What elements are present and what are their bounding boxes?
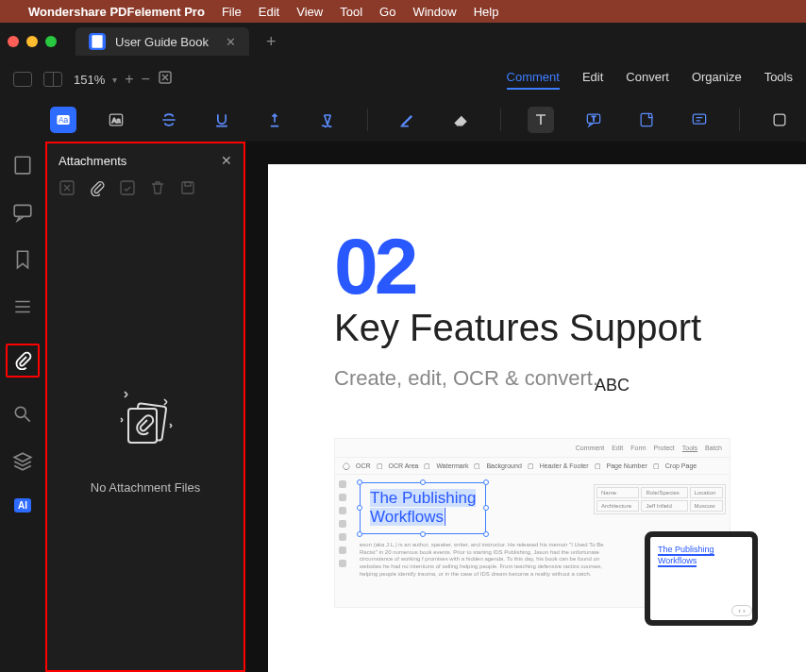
document-tab[interactable]: User Guide Book ✕ <box>76 27 249 56</box>
inner-meta-table: NameRole/SpeciesLocation ArchitectureJef… <box>594 484 726 514</box>
svg-rect-16 <box>121 181 134 194</box>
svg-rect-11 <box>774 114 785 126</box>
inner-mode: Form <box>630 445 646 451</box>
highlighter-tool[interactable] <box>395 107 421 133</box>
delete-attachment-icon[interactable] <box>149 179 166 196</box>
comments-icon[interactable] <box>12 202 33 223</box>
window-controls <box>8 36 57 47</box>
fields-icon[interactable] <box>12 296 33 317</box>
workspace: AI Attachments ✕ No Attachment Files <box>0 142 806 672</box>
menu-view[interactable]: View <box>296 5 323 19</box>
fit-screen-button[interactable] <box>158 70 173 89</box>
attachments-icon[interactable] <box>6 344 40 378</box>
save-attachment-icon[interactable] <box>179 179 196 196</box>
macos-menubar: Wondershare PDFelement Pro File Edit Vie… <box>0 0 806 23</box>
panel-toolbar <box>59 179 232 196</box>
svg-rect-13 <box>14 205 31 216</box>
page-subtitle: Create, edit, OCR & convert. <box>334 366 759 391</box>
zoom-out-button[interactable]: − <box>142 71 150 88</box>
tablet-headline-1: The Publishing <box>658 545 714 556</box>
mode-convert[interactable]: Convert <box>626 70 669 90</box>
inner-tool: Crop Page <box>665 462 697 469</box>
underline-tool[interactable] <box>209 107 235 133</box>
add-attachment-icon[interactable] <box>89 179 106 196</box>
svg-rect-12 <box>15 157 29 174</box>
split-view-button[interactable] <box>43 72 62 87</box>
new-attachment-icon[interactable] <box>59 179 76 196</box>
abc-annotation[interactable]: ABC <box>595 376 630 395</box>
comment-toolbar: Aa Aa ✦ T <box>0 98 806 142</box>
close-tab-icon[interactable]: ✕ <box>226 35 236 49</box>
zoom-in-button[interactable]: + <box>125 71 133 88</box>
svg-rect-18 <box>185 182 191 186</box>
attachments-panel: Attachments ✕ No Attachment Files <box>45 142 245 672</box>
minimize-window-button[interactable] <box>26 36 38 47</box>
area-highlight-tool[interactable]: Aa <box>103 107 129 133</box>
app-name[interactable]: Wondershare PDFelement Pro <box>28 5 205 19</box>
mode-organize[interactable]: Organize <box>692 70 742 90</box>
search-icon[interactable] <box>12 404 33 425</box>
menu-edit[interactable]: Edit <box>259 5 279 19</box>
inner-tool: Header & Footer <box>540 462 589 469</box>
zoom-value[interactable]: 151% <box>74 73 105 87</box>
strikethrough-tool[interactable] <box>156 107 182 133</box>
menu-tool[interactable]: Tool <box>340 5 362 19</box>
text-box-tool[interactable]: ✦ <box>528 107 554 133</box>
callout-tool[interactable]: T <box>580 107 607 133</box>
scroll-indicator-icon: ‹ › <box>731 605 752 616</box>
svg-rect-9 <box>641 113 652 126</box>
control-bar: 151% ▾ + − Comment Edit Convert Organize… <box>0 60 806 98</box>
svg-rect-17 <box>182 182 193 193</box>
menu-file[interactable]: File <box>222 5 242 19</box>
mode-comment[interactable]: Comment <box>507 70 560 90</box>
empty-state-text: No Attachment Files <box>91 480 200 495</box>
edit-attachment-icon[interactable] <box>119 179 136 196</box>
inner-tool: OCR <box>356 462 371 469</box>
maximize-window-button[interactable] <box>45 36 57 47</box>
layers-icon[interactable] <box>12 451 33 472</box>
text-comment-tool[interactable] <box>686 107 713 133</box>
zoom-dropdown-icon[interactable]: ▾ <box>112 75 117 85</box>
tab-bar: User Guide Book ✕ + <box>0 23 806 60</box>
mode-edit[interactable]: Edit <box>582 70 603 90</box>
toolbar-divider <box>500 109 501 131</box>
inner-tool: Page Number <box>607 462 647 469</box>
new-tab-button[interactable]: + <box>266 32 277 52</box>
pdf-page: 02 ABC Key Features Support Create, edit… <box>268 164 806 672</box>
svg-rect-10 <box>693 114 705 124</box>
document-viewport[interactable]: 02 ABC Key Features Support Create, edit… <box>245 142 806 672</box>
toolbar-divider <box>739 109 740 131</box>
caret-tool[interactable] <box>261 107 288 133</box>
shapes-tool[interactable] <box>766 107 793 133</box>
menu-window[interactable]: Window <box>412 5 456 19</box>
svg-rect-0 <box>92 35 102 48</box>
inner-mode: Comment <box>576 445 604 451</box>
page-heading: Key Features Support <box>334 307 759 349</box>
menu-help[interactable]: Help <box>474 5 499 19</box>
tab-title: User Guide Book <box>115 35 209 49</box>
note-tool[interactable] <box>633 107 660 133</box>
svg-text:Aa: Aa <box>59 115 69 125</box>
bookmarks-icon[interactable] <box>12 249 33 270</box>
close-window-button[interactable] <box>8 36 19 47</box>
svg-text:Aa: Aa <box>111 116 121 125</box>
sidebar-toggle-button[interactable] <box>13 72 32 87</box>
page-number-graphic: 02 <box>334 221 759 312</box>
svg-point-14 <box>15 407 25 417</box>
zoom-control: 151% ▾ + − <box>74 70 173 89</box>
squiggly-tool[interactable] <box>314 107 341 133</box>
mode-tools[interactable]: Tools <box>764 70 793 90</box>
ai-badge[interactable]: AI <box>14 498 31 512</box>
thumbnails-icon[interactable] <box>12 155 33 176</box>
svg-text:T: T <box>592 115 596 122</box>
menu-go[interactable]: Go <box>379 5 395 19</box>
empty-attachments-icon <box>108 382 183 458</box>
inner-tool: Background <box>486 462 521 469</box>
text-highlight-tool[interactable]: Aa <box>50 107 76 133</box>
inner-headline-2: Workflows <box>370 508 444 526</box>
inner-mode: Edit <box>612 445 623 451</box>
eraser-tool[interactable] <box>447 107 474 133</box>
panel-close-icon[interactable]: ✕ <box>221 153 232 168</box>
panel-title: Attachments <box>59 154 126 168</box>
inner-mode: Protect <box>654 445 675 451</box>
